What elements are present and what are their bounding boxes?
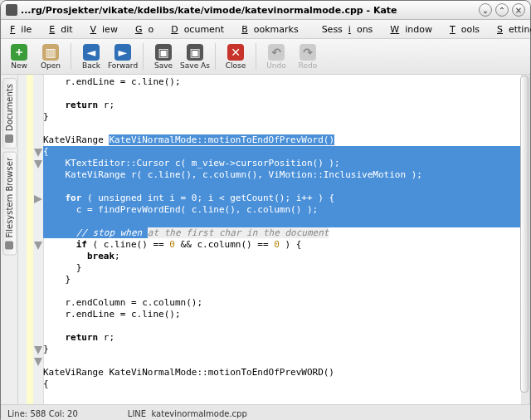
editor[interactable]: r.endLine = c.line(); return r;}KateViRa…	[18, 75, 530, 404]
save-button[interactable]: ▣Save	[149, 41, 178, 72]
menu-file[interactable]: File	[4, 22, 43, 37]
maximize-button[interactable]: ⌃	[495, 3, 509, 17]
open-button[interactable]: ▥Open	[36, 41, 66, 72]
close-button[interactable]: ✕Close	[221, 41, 251, 72]
toolbar: ＋New ▥Open ◄Back ►Forward ▣Save ▣Save As…	[1, 39, 530, 75]
app-icon	[6, 4, 17, 16]
close-window-button[interactable]: ×	[512, 3, 525, 17]
scrollbar-thumb[interactable]	[520, 76, 529, 393]
undo-icon: ↶	[268, 44, 285, 61]
cursor-position: Line: 588 Col: 20	[7, 409, 78, 418]
save-icon: ▣	[155, 44, 172, 61]
gutter[interactable]	[18, 75, 44, 404]
close-icon: ✕	[227, 44, 244, 61]
new-icon: ＋	[11, 44, 27, 61]
fold-marker[interactable]	[34, 195, 42, 203]
menu-edit[interactable]: Edit	[43, 22, 84, 37]
folder-icon	[5, 242, 13, 250]
menu-sessions[interactable]: Sessions	[310, 22, 385, 37]
back-icon: ◄	[83, 44, 100, 61]
documents-icon	[5, 134, 13, 143]
fold-marker[interactable]	[34, 242, 42, 250]
menu-document[interactable]: Document	[165, 22, 236, 37]
documents-tab[interactable]: Documents	[2, 78, 17, 149]
forward-button[interactable]: ►Forward	[108, 41, 138, 72]
menu-window[interactable]: Window	[384, 22, 444, 37]
fold-marker[interactable]	[34, 346, 42, 354]
fold-marker[interactable]	[34, 160, 42, 168]
new-button[interactable]: ＋New	[4, 41, 34, 72]
menu-view[interactable]: View	[85, 22, 129, 37]
redo-button[interactable]: ↷Redo	[293, 41, 323, 72]
open-icon: ▥	[42, 44, 59, 61]
menu-bookmarks[interactable]: Bookmarks	[236, 22, 309, 37]
menu-bar: File Edit View Go Document Bookmarks Ses…	[1, 20, 530, 39]
forward-icon: ►	[114, 44, 131, 61]
filename: katevinormalmode.cpp	[152, 409, 247, 418]
save-as-button[interactable]: ▣Save As	[180, 41, 210, 72]
menu-tools[interactable]: Tools	[444, 22, 491, 37]
insert-mode: LINE	[128, 409, 146, 418]
menu-go[interactable]: Go	[129, 22, 165, 37]
code-area[interactable]: r.endLine = c.line(); return r;}KateViRa…	[43, 76, 521, 390]
undo-button[interactable]: ↶Undo	[261, 41, 291, 72]
window-title: ...rg/Prosjekter/vikate/kdelibs/kate/vim…	[21, 5, 475, 16]
redo-icon: ↷	[300, 44, 316, 61]
filesystem-browser-tab[interactable]: Filesystem Browser	[2, 152, 17, 256]
minimize-button[interactable]: ⌄	[479, 3, 492, 17]
fold-marker[interactable]	[34, 358, 42, 366]
fold-marker[interactable]	[34, 149, 42, 157]
status-bar: Line: 588 Col: 20 LINE katevinormalmode.…	[1, 404, 530, 420]
save-as-icon: ▣	[187, 44, 203, 61]
menu-settings[interactable]: Settings	[491, 22, 531, 37]
back-button[interactable]: ◄Back	[76, 41, 106, 72]
vertical-scrollbar[interactable]	[521, 75, 529, 404]
